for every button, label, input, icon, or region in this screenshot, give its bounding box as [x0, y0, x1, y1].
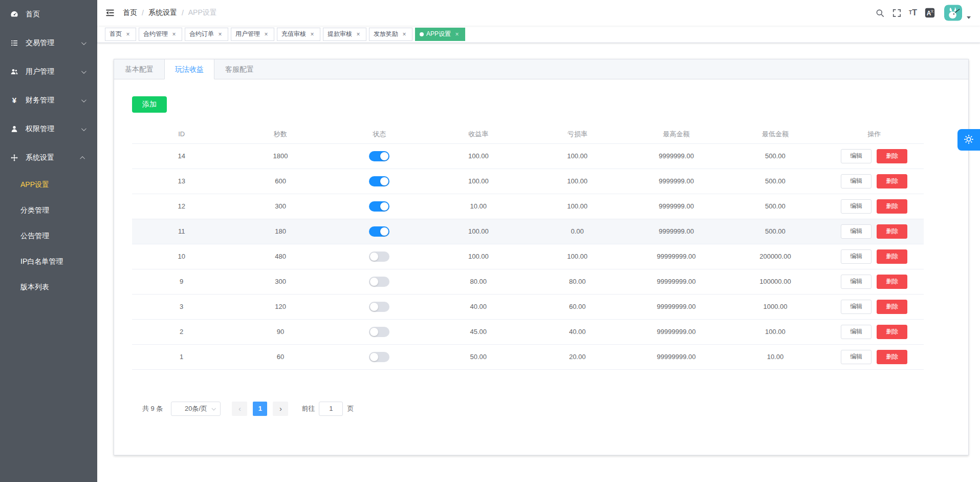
edit-button[interactable]: 编辑 [841, 275, 872, 289]
breadcrumb-item-0[interactable]: 首页 [123, 8, 137, 17]
delete-button[interactable]: 删除 [877, 275, 907, 289]
avatar-dropdown[interactable] [944, 5, 971, 21]
goto-page-input[interactable] [319, 402, 343, 416]
prev-page-button[interactable]: ‹ [232, 402, 247, 416]
cell-loss-rate: 100.00 [528, 143, 627, 169]
next-page-button[interactable]: › [273, 402, 288, 416]
edit-button[interactable]: 编辑 [841, 174, 872, 188]
cell-min-amount: 100.00 [726, 319, 824, 344]
breadcrumb-item-1[interactable]: 系统设置 [148, 8, 177, 17]
status-switch[interactable] [369, 252, 389, 262]
tag-6[interactable]: 发放奖励× [369, 28, 412, 41]
status-switch[interactable] [369, 352, 389, 362]
switch-knob [370, 253, 378, 261]
edit-button[interactable]: 编辑 [841, 199, 872, 214]
edit-button[interactable]: 编辑 [841, 149, 872, 163]
tag-close-icon[interactable]: × [170, 31, 178, 38]
sidebar-item-0[interactable]: 首页 [0, 0, 97, 29]
page-size-select[interactable]: 20条/页 [171, 402, 221, 416]
app-root: 首页交易管理用户管理¥财务管理权限管理系统设置APP设置分类管理公告管理IP白名… [0, 0, 980, 482]
tag-close-icon[interactable]: × [216, 31, 224, 38]
column-header: 秒数 [231, 125, 330, 143]
sidebar-item-4[interactable]: 权限管理 [0, 115, 97, 143]
tag-label: 合约管理 [143, 30, 168, 38]
page-number-button[interactable]: 1 [253, 402, 267, 416]
cell-max-amount: 9999999.00 [627, 219, 726, 244]
delete-button[interactable]: 删除 [877, 199, 907, 214]
delete-button[interactable]: 删除 [877, 325, 907, 339]
cell-id: 14 [132, 143, 231, 169]
table-row: 1230010.00100.009999999.00500.00编辑删除 [132, 194, 924, 219]
delete-button[interactable]: 删除 [877, 249, 907, 264]
edit-button[interactable]: 编辑 [841, 350, 872, 364]
status-switch[interactable] [369, 176, 389, 186]
hamburger-button[interactable] [97, 0, 123, 26]
delete-button[interactable]: 删除 [877, 300, 907, 314]
settings-panel-button[interactable] [957, 129, 980, 151]
tag-close-icon[interactable]: × [124, 31, 132, 38]
cell-status [330, 169, 429, 194]
tag-2[interactable]: 合约订单× [185, 28, 228, 41]
tag-label: 首页 [110, 30, 122, 38]
edit-button[interactable]: 编辑 [841, 224, 872, 239]
chevron-down-icon [81, 126, 86, 131]
cell-loss-rate: 100.00 [528, 194, 627, 219]
sidebar-item-2[interactable]: 用户管理 [0, 57, 97, 86]
dashboard-icon [10, 10, 18, 18]
tag-label: 用户管理 [235, 30, 260, 38]
tab-1[interactable]: 玩法收益 [164, 59, 214, 79]
status-switch[interactable] [369, 201, 389, 212]
edit-button[interactable]: 编辑 [841, 325, 872, 339]
sidebar-subitem-5-2[interactable]: 公告管理 [0, 223, 97, 249]
fullscreen-icon[interactable] [888, 0, 905, 26]
tag-close-icon[interactable]: × [453, 31, 461, 38]
tag-4[interactable]: 充值审核× [277, 28, 320, 41]
cell-status [330, 269, 429, 294]
sidebar-item-3[interactable]: ¥财务管理 [0, 86, 97, 115]
delete-button[interactable]: 删除 [877, 149, 907, 163]
main-column: 首页/系统设置/APP设置 TT [97, 0, 980, 482]
sidebar-item-5[interactable]: 系统设置 [0, 143, 97, 172]
cell-max-amount: 99999999.00 [627, 319, 726, 344]
status-switch[interactable] [369, 226, 389, 237]
table-row: 141800100.00100.009999999.00500.00编辑删除 [132, 143, 924, 169]
cell-actions: 编辑删除 [825, 143, 924, 169]
delete-button[interactable]: 删除 [877, 224, 907, 239]
tag-7[interactable]: APP设置× [415, 28, 465, 41]
users-icon [10, 68, 18, 76]
status-switch[interactable] [369, 151, 389, 161]
tag-0[interactable]: 首页× [105, 28, 136, 41]
status-switch[interactable] [369, 327, 389, 337]
delete-button[interactable]: 删除 [877, 350, 907, 364]
sidebar-item-label: 系统设置 [26, 153, 81, 162]
status-switch[interactable] [369, 277, 389, 287]
status-switch[interactable] [369, 302, 389, 312]
tag-close-icon[interactable]: × [263, 31, 270, 38]
tag-1[interactable]: 合约管理× [139, 28, 182, 41]
gear-icon [963, 134, 974, 146]
cell-max-amount: 99999999.00 [627, 294, 726, 319]
edit-button[interactable]: 编辑 [841, 249, 872, 264]
edit-button[interactable]: 编辑 [841, 300, 872, 314]
cell-seconds: 300 [231, 194, 330, 219]
tag-3[interactable]: 用户管理× [231, 28, 274, 41]
delete-button[interactable]: 删除 [877, 174, 907, 188]
tag-close-icon[interactable]: × [401, 31, 408, 38]
sidebar-item-label: 用户管理 [26, 67, 81, 76]
tag-close-icon[interactable]: × [355, 31, 362, 38]
tag-close-icon[interactable]: × [309, 31, 316, 38]
sidebar-subitem-5-0[interactable]: APP设置 [0, 172, 97, 198]
switch-knob [370, 278, 378, 286]
tab-2[interactable]: 客服配置 [214, 59, 265, 79]
sidebar-subitem-5-1[interactable]: 分类管理 [0, 198, 97, 223]
add-button[interactable]: 添加 [132, 96, 167, 113]
table-row: 16050.0020.0099999999.0010.00编辑删除 [132, 344, 924, 369]
language-icon[interactable]: A 文 [921, 0, 939, 26]
search-icon[interactable] [872, 0, 888, 26]
tag-5[interactable]: 提款审核× [323, 28, 366, 41]
sidebar-subitem-5-4[interactable]: 版本列表 [0, 275, 97, 300]
sidebar-item-1[interactable]: 交易管理 [0, 29, 97, 57]
tab-0[interactable]: 基本配置 [114, 59, 164, 79]
text-size-icon[interactable]: TT [905, 0, 921, 26]
sidebar-subitem-5-3[interactable]: IP白名单管理 [0, 249, 97, 275]
